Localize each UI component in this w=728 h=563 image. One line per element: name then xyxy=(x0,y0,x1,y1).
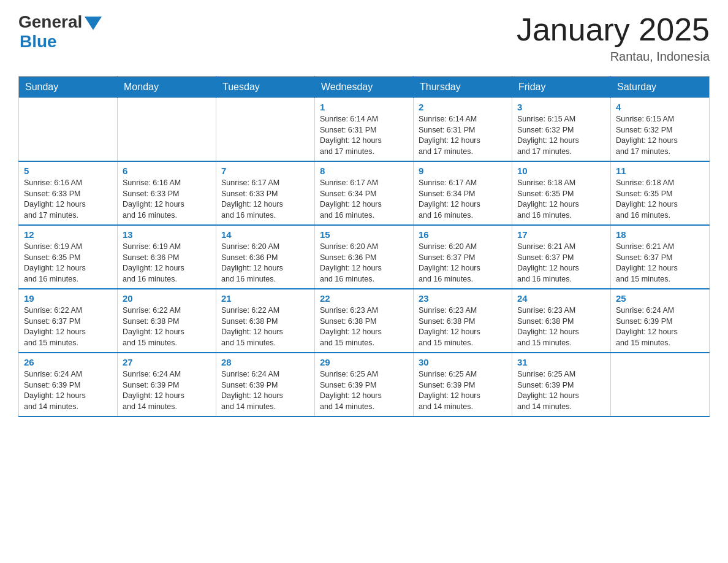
calendar-cell xyxy=(216,98,315,162)
day-number: 3 xyxy=(517,102,605,112)
day-number: 31 xyxy=(517,357,605,367)
calendar-cell: 9Sunrise: 6:17 AMSunset: 6:34 PMDaylight… xyxy=(414,161,512,225)
day-info: Sunrise: 6:15 AMSunset: 6:32 PMDaylight:… xyxy=(517,114,605,157)
calendar-cell: 25Sunrise: 6:24 AMSunset: 6:39 PMDayligh… xyxy=(611,289,710,353)
logo-triangle-icon xyxy=(85,17,102,30)
week-row-1: 5Sunrise: 6:16 AMSunset: 6:33 PMDaylight… xyxy=(19,161,710,225)
day-info: Sunrise: 6:22 AMSunset: 6:37 PMDaylight:… xyxy=(24,305,112,348)
calendar-cell: 13Sunrise: 6:19 AMSunset: 6:36 PMDayligh… xyxy=(118,225,216,289)
day-number: 22 xyxy=(320,293,408,304)
week-row-2: 12Sunrise: 6:19 AMSunset: 6:35 PMDayligh… xyxy=(19,225,710,289)
calendar-cell xyxy=(118,98,216,162)
day-info: Sunrise: 6:20 AMSunset: 6:36 PMDaylight:… xyxy=(320,242,408,285)
logo-blue-text: Blue xyxy=(20,32,57,52)
day-info: Sunrise: 6:24 AMSunset: 6:39 PMDaylight:… xyxy=(123,369,211,412)
calendar-cell: 14Sunrise: 6:20 AMSunset: 6:36 PMDayligh… xyxy=(216,225,315,289)
calendar-header: SundayMondayTuesdayWednesdayThursdayFrid… xyxy=(19,77,710,98)
calendar-cell: 6Sunrise: 6:16 AMSunset: 6:33 PMDaylight… xyxy=(118,161,216,225)
day-info: Sunrise: 6:19 AMSunset: 6:35 PMDaylight:… xyxy=(24,242,112,285)
calendar-cell: 24Sunrise: 6:23 AMSunset: 6:38 PMDayligh… xyxy=(512,289,611,353)
day-info: Sunrise: 6:20 AMSunset: 6:37 PMDaylight:… xyxy=(419,242,507,285)
day-number: 10 xyxy=(517,166,605,176)
day-number: 18 xyxy=(616,229,704,240)
day-info: Sunrise: 6:21 AMSunset: 6:37 PMDaylight:… xyxy=(616,242,704,285)
day-number: 17 xyxy=(517,229,605,240)
calendar-cell: 1Sunrise: 6:14 AMSunset: 6:31 PMDaylight… xyxy=(315,98,414,162)
calendar-cell: 12Sunrise: 6:19 AMSunset: 6:35 PMDayligh… xyxy=(19,225,118,289)
page-header: General Blue January 2025 Rantau, Indone… xyxy=(18,12,710,64)
day-info: Sunrise: 6:17 AMSunset: 6:34 PMDaylight:… xyxy=(320,178,408,221)
day-info: Sunrise: 6:24 AMSunset: 6:39 PMDaylight:… xyxy=(221,369,309,412)
calendar-cell: 28Sunrise: 6:24 AMSunset: 6:39 PMDayligh… xyxy=(216,353,315,416)
logo: General Blue xyxy=(18,12,102,52)
calendar-cell: 5Sunrise: 6:16 AMSunset: 6:33 PMDaylight… xyxy=(19,161,118,225)
day-number: 6 xyxy=(123,166,211,176)
day-number: 5 xyxy=(24,166,112,176)
day-info: Sunrise: 6:21 AMSunset: 6:37 PMDaylight:… xyxy=(517,242,605,285)
day-number: 29 xyxy=(320,357,408,367)
day-number: 25 xyxy=(616,293,704,304)
calendar-cell: 7Sunrise: 6:17 AMSunset: 6:33 PMDaylight… xyxy=(216,161,315,225)
day-info: Sunrise: 6:24 AMSunset: 6:39 PMDaylight:… xyxy=(616,305,704,348)
calendar-cell: 10Sunrise: 6:18 AMSunset: 6:35 PMDayligh… xyxy=(512,161,611,225)
day-info: Sunrise: 6:14 AMSunset: 6:31 PMDaylight:… xyxy=(320,114,408,157)
day-info: Sunrise: 6:19 AMSunset: 6:36 PMDaylight:… xyxy=(123,242,211,285)
day-info: Sunrise: 6:25 AMSunset: 6:39 PMDaylight:… xyxy=(517,369,605,412)
day-info: Sunrise: 6:15 AMSunset: 6:32 PMDaylight:… xyxy=(616,114,704,157)
day-header-saturday: Saturday xyxy=(611,77,710,98)
calendar-cell: 19Sunrise: 6:22 AMSunset: 6:37 PMDayligh… xyxy=(19,289,118,353)
calendar-cell: 29Sunrise: 6:25 AMSunset: 6:39 PMDayligh… xyxy=(315,353,414,416)
day-info: Sunrise: 6:22 AMSunset: 6:38 PMDaylight:… xyxy=(221,305,309,348)
day-info: Sunrise: 6:25 AMSunset: 6:39 PMDaylight:… xyxy=(419,369,507,412)
day-number: 13 xyxy=(123,229,211,240)
week-row-3: 19Sunrise: 6:22 AMSunset: 6:37 PMDayligh… xyxy=(19,289,710,353)
calendar-cell: 2Sunrise: 6:14 AMSunset: 6:31 PMDaylight… xyxy=(414,98,512,162)
day-number: 27 xyxy=(123,357,211,367)
day-number: 15 xyxy=(320,229,408,240)
days-header-row: SundayMondayTuesdayWednesdayThursdayFrid… xyxy=(19,77,710,98)
calendar-cell: 22Sunrise: 6:23 AMSunset: 6:38 PMDayligh… xyxy=(315,289,414,353)
day-header-wednesday: Wednesday xyxy=(315,77,414,98)
day-number: 23 xyxy=(419,293,507,304)
day-info: Sunrise: 6:22 AMSunset: 6:38 PMDaylight:… xyxy=(123,305,211,348)
day-number: 4 xyxy=(616,102,704,112)
day-number: 12 xyxy=(24,229,112,240)
calendar-cell: 17Sunrise: 6:21 AMSunset: 6:37 PMDayligh… xyxy=(512,225,611,289)
calendar-cell xyxy=(19,98,118,162)
week-row-4: 26Sunrise: 6:24 AMSunset: 6:39 PMDayligh… xyxy=(19,353,710,416)
day-info: Sunrise: 6:23 AMSunset: 6:38 PMDaylight:… xyxy=(419,305,507,348)
calendar-cell: 23Sunrise: 6:23 AMSunset: 6:38 PMDayligh… xyxy=(414,289,512,353)
day-number: 24 xyxy=(517,293,605,304)
day-info: Sunrise: 6:17 AMSunset: 6:33 PMDaylight:… xyxy=(221,178,309,221)
calendar-subtitle: Rantau, Indonesia xyxy=(517,50,710,64)
day-info: Sunrise: 6:20 AMSunset: 6:36 PMDaylight:… xyxy=(221,242,309,285)
day-number: 14 xyxy=(221,229,309,240)
calendar-cell: 3Sunrise: 6:15 AMSunset: 6:32 PMDaylight… xyxy=(512,98,611,162)
title-section: January 2025 Rantau, Indonesia xyxy=(517,12,710,64)
day-header-thursday: Thursday xyxy=(414,77,512,98)
day-number: 16 xyxy=(419,229,507,240)
day-number: 26 xyxy=(24,357,112,367)
day-number: 30 xyxy=(419,357,507,367)
day-info: Sunrise: 6:23 AMSunset: 6:38 PMDaylight:… xyxy=(320,305,408,348)
day-number: 21 xyxy=(221,293,309,304)
day-header-sunday: Sunday xyxy=(19,77,118,98)
day-info: Sunrise: 6:16 AMSunset: 6:33 PMDaylight:… xyxy=(123,178,211,221)
day-info: Sunrise: 6:18 AMSunset: 6:35 PMDaylight:… xyxy=(616,178,704,221)
day-info: Sunrise: 6:16 AMSunset: 6:33 PMDaylight:… xyxy=(24,178,112,221)
day-number: 9 xyxy=(419,166,507,176)
day-number: 8 xyxy=(320,166,408,176)
day-info: Sunrise: 6:14 AMSunset: 6:31 PMDaylight:… xyxy=(419,114,507,157)
day-header-friday: Friday xyxy=(512,77,611,98)
day-number: 7 xyxy=(221,166,309,176)
calendar-cell: 27Sunrise: 6:24 AMSunset: 6:39 PMDayligh… xyxy=(118,353,216,416)
calendar-cell: 18Sunrise: 6:21 AMSunset: 6:37 PMDayligh… xyxy=(611,225,710,289)
calendar-table: SundayMondayTuesdayWednesdayThursdayFrid… xyxy=(18,76,710,417)
calendar-body: 1Sunrise: 6:14 AMSunset: 6:31 PMDaylight… xyxy=(19,98,710,417)
calendar-cell: 30Sunrise: 6:25 AMSunset: 6:39 PMDayligh… xyxy=(414,353,512,416)
day-info: Sunrise: 6:17 AMSunset: 6:34 PMDaylight:… xyxy=(419,178,507,221)
day-number: 19 xyxy=(24,293,112,304)
calendar-cell: 11Sunrise: 6:18 AMSunset: 6:35 PMDayligh… xyxy=(611,161,710,225)
calendar-cell xyxy=(611,353,710,416)
calendar-cell: 26Sunrise: 6:24 AMSunset: 6:39 PMDayligh… xyxy=(19,353,118,416)
